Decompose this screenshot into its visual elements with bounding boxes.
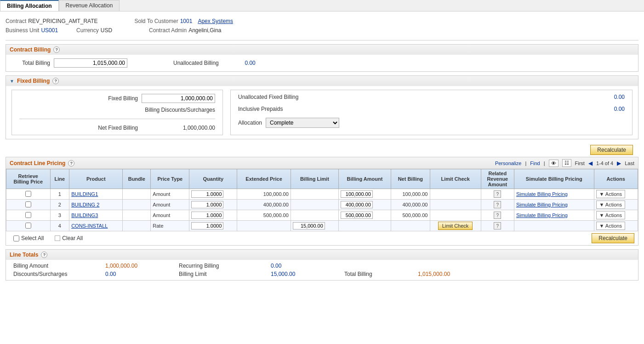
col-extended-price: Extended Price xyxy=(237,169,291,189)
total-billing-input[interactable] xyxy=(54,58,127,68)
row-billing-limit-input-3[interactable] xyxy=(293,222,325,229)
lt-recurring-billing-label: Recurring Billing xyxy=(179,263,271,269)
related-revenue-icon-2[interactable]: ? xyxy=(494,212,501,219)
select-all-label[interactable]: Select All xyxy=(13,235,44,241)
allocation-select[interactable]: Complete Partial None xyxy=(266,118,339,128)
find-link[interactable]: Find xyxy=(530,161,540,166)
header-divider xyxy=(6,40,638,40)
row-checkbox-3[interactable] xyxy=(25,223,31,229)
contract-admin-label: Contract Admin xyxy=(149,27,187,34)
row-bundle-3 xyxy=(123,221,151,231)
line-totals-title: Line Totals xyxy=(10,252,38,258)
col-price-type: Price Type xyxy=(151,169,189,189)
row-checkbox-0[interactable] xyxy=(25,191,31,197)
unallocated-fixed-label: Unallocated Fixed Billing xyxy=(238,94,298,100)
header-info: Contract REV_PRICING_AMT_RATE Sold To Cu… xyxy=(6,15,638,38)
contract-billing-panel: Contract Billing ? Total Billing Unalloc… xyxy=(6,44,638,72)
row-billing-amount-input-2[interactable] xyxy=(341,212,373,219)
col-retrieve: RetrieveBilling Price xyxy=(6,169,51,189)
row-price-type-1: Amount xyxy=(151,200,189,210)
recalculate-button-top[interactable]: Recalculate xyxy=(590,145,633,155)
row-quantity-input-2[interactable] xyxy=(191,212,223,219)
row-quantity-input-3[interactable] xyxy=(191,222,223,229)
row-checkbox-1[interactable] xyxy=(25,201,31,207)
actions-dropdown-0[interactable]: ▼ Actions xyxy=(596,190,625,198)
lt-billing-amount-value: 1,000,000.00 xyxy=(105,263,179,269)
fixed-billing-label: Fixed Billing xyxy=(108,95,138,102)
unallocated-billing-value: 0.00 xyxy=(228,60,256,66)
business-unit-label: Business Unit xyxy=(6,27,39,34)
select-all-checkbox[interactable] xyxy=(13,235,19,241)
row-billing-amount-input-1[interactable] xyxy=(341,201,373,208)
total-billing-label: Total Billing xyxy=(13,60,50,66)
clear-all-label[interactable]: Clear All xyxy=(55,235,83,241)
row-price-type-0: Amount xyxy=(151,189,189,200)
row-bundle-1 xyxy=(123,200,151,210)
recalc-bar-top: Recalculate xyxy=(6,143,638,157)
company-name-link[interactable]: Apex Systems xyxy=(198,18,233,24)
actions-dropdown-3[interactable]: ▼ Actions xyxy=(596,222,625,230)
col-billing-limit: Billing Limit xyxy=(291,169,338,189)
tab-revenue-allocation[interactable]: Revenue Allocation xyxy=(59,0,120,11)
col-net-billing: Net Billing xyxy=(391,169,430,189)
related-revenue-icon-0[interactable]: ? xyxy=(494,190,501,198)
inclusive-prepaids-value: 0.00 xyxy=(597,106,625,112)
clear-all-checkbox[interactable] xyxy=(55,235,60,241)
row-checkbox-2[interactable] xyxy=(25,212,31,218)
table-row: 4CONS-INSTALLRateLimit Check?▼ Actions xyxy=(6,221,638,231)
row-net-billing-1: 400,000.00 xyxy=(391,200,430,210)
recalculate-button-bottom[interactable]: Recalculate xyxy=(592,233,634,243)
clp-header: Contract Line Pricing ? Personalize | Fi… xyxy=(6,157,638,169)
lt-billing-limit-value: 15,000.00 xyxy=(271,271,344,277)
tab-billing-allocation[interactable]: Billing Allocation xyxy=(0,0,59,11)
row-billing-amount-input-0[interactable] xyxy=(341,190,373,198)
related-revenue-icon-3[interactable]: ? xyxy=(494,222,501,229)
fixed-billing-toggle[interactable]: ▼ xyxy=(10,79,14,84)
col-bundle: Bundle xyxy=(123,169,151,189)
contract-value: REV_PRICING_AMT_RATE xyxy=(28,18,97,24)
row-line-2: 3 xyxy=(50,210,69,221)
line-totals-body: Billing Amount 1,000,000.00 Recurring Bi… xyxy=(6,260,638,280)
limit-check-btn-3[interactable]: Limit Check xyxy=(438,222,473,230)
grid-icon-btn[interactable]: ☷ xyxy=(562,159,571,167)
personalize-link[interactable]: Personalize xyxy=(495,161,521,166)
sold-to-value: 1001 xyxy=(180,18,193,24)
clp-help-icon[interactable]: ? xyxy=(68,160,74,166)
row-product-0: BUILDING1 xyxy=(69,189,123,200)
row-extended-price-2: 500,000.00 xyxy=(237,210,291,221)
contract-billing-body: Total Billing Unallocated Billing 0.00 xyxy=(6,55,638,71)
contract-billing-help-icon[interactable]: ? xyxy=(53,46,60,53)
view-icon-btn[interactable]: 👁 xyxy=(549,160,559,167)
unallocated-fixed-value: 0.00 xyxy=(597,94,625,100)
nav-next-btn[interactable]: ▶ xyxy=(617,160,621,166)
net-fixed-billing-value: 1,000,000.00 xyxy=(142,125,215,131)
row-bundle-2 xyxy=(123,210,151,221)
row-quantity-input-1[interactable] xyxy=(191,201,223,208)
actions-dropdown-2[interactable]: ▼ Actions xyxy=(596,211,625,219)
nav-first: First xyxy=(575,161,585,166)
fixed-billing-input[interactable] xyxy=(142,94,215,103)
row-extended-price-3 xyxy=(237,221,291,231)
row-net-billing-0: 100,000.00 xyxy=(391,189,430,200)
lt-recurring-billing-value: 0.00 xyxy=(271,263,344,269)
actions-dropdown-1[interactable]: ▼ Actions xyxy=(596,201,625,209)
row-net-billing-2: 500,000.00 xyxy=(391,210,430,221)
row-bundle-0 xyxy=(123,189,151,200)
table-row: 3BUILDING3Amount500,000.00500,000.00?Sim… xyxy=(6,210,638,221)
row-simulate-0: Simulate Billing Pricing xyxy=(514,189,594,200)
fixed-billing-body: Fixed Billing Billing Discounts/Surcharg… xyxy=(6,86,638,139)
related-revenue-icon-1[interactable]: ? xyxy=(494,201,501,208)
inclusive-prepaids-label: Inclusive Prepaids xyxy=(238,106,283,112)
nav-prev-btn[interactable]: ◀ xyxy=(588,160,593,166)
fixed-billing-right: Unallocated Fixed Billing 0.00 Inclusive… xyxy=(230,90,633,135)
fixed-billing-help-icon[interactable]: ? xyxy=(52,78,59,84)
line-totals-header: Line Totals ? xyxy=(6,250,638,260)
line-totals-help-icon[interactable]: ? xyxy=(41,252,47,258)
billing-discounts-label: Billing Discounts/Surcharges xyxy=(145,107,215,113)
col-limit-check: Limit Check xyxy=(430,169,481,189)
col-simulate: Simulate Billing Pricing xyxy=(514,169,594,189)
row-quantity-input-0[interactable] xyxy=(191,190,223,198)
col-actions: Actions xyxy=(594,169,638,189)
row-extended-price-1: 400,000.00 xyxy=(237,200,291,210)
fixed-billing-left: Fixed Billing Billing Discounts/Surcharg… xyxy=(11,90,223,135)
